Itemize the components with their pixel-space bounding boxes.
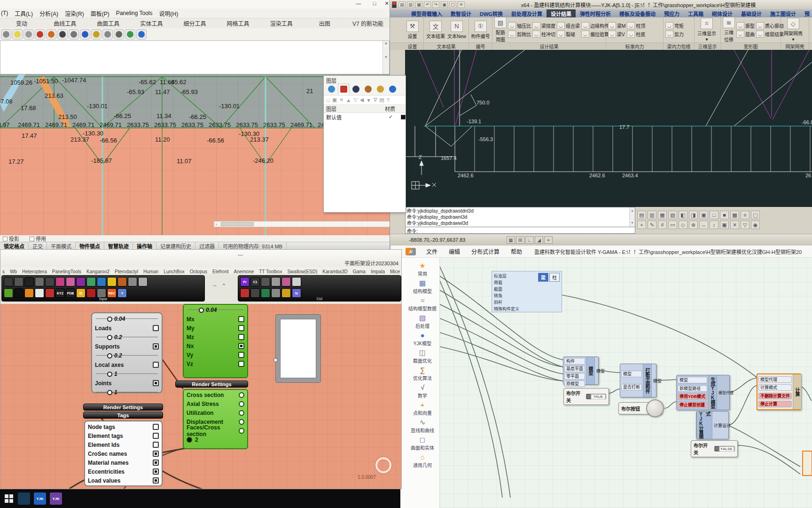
toolbar-tab[interactable]: V7 的新功能 [346, 19, 390, 27]
layer-tool-icon[interactable]: ? [387, 97, 390, 103]
radio-button[interactable] [239, 401, 244, 407]
gh-icon[interactable]: KYZ [55, 288, 65, 298]
taskbar-app-icon[interactable]: YJK [34, 492, 46, 505]
ribbon-button[interactable]: ◡柱底 [627, 31, 645, 38]
gh-tab[interactable]: TT Toolbox [259, 269, 282, 274]
command-prompt[interactable]: 命令: [405, 227, 635, 234]
gh-icon[interactable] [97, 288, 106, 298]
input-port[interactable]: 模型 [621, 371, 642, 377]
ribbon-button[interactable]: ⌗三维显示 ▾ [696, 18, 717, 42]
render-option-row[interactable]: Axial Stress [187, 399, 244, 408]
layer-row[interactable]: 默认值 ✓ [324, 113, 406, 121]
ribbon-tab[interactable]: 预应力 [660, 9, 684, 17]
gh-tab[interactable]: Octopus [190, 269, 207, 274]
view-icon[interactable]: ▭ [668, 221, 677, 229]
gh-icon[interactable] [261, 277, 270, 286]
slider-knob[interactable] [107, 353, 112, 358]
status-segment[interactable]: 操作轴 [133, 242, 156, 249]
qat-icon[interactable]: ↷ [432, 1, 439, 8]
tags-button[interactable]: Tags [83, 412, 163, 419]
gh-icon[interactable]: Pr [240, 277, 250, 286]
view-icon[interactable]: ▤ [637, 211, 646, 219]
gh-tab[interactable]: Mice [390, 269, 400, 274]
menu-item[interactable]: 帮助 [505, 247, 528, 255]
ribbon-button[interactable]: N文本New [447, 21, 467, 40]
snap-toggle-icon[interactable]: ⌖ [544, 236, 553, 244]
bulb-icon[interactable] [12, 29, 23, 40]
ribbon-tab[interactable]: 前处理及计算 [507, 9, 547, 17]
sidebar-item[interactable]: √数学 [406, 383, 438, 399]
member-type-button[interactable]: 梁 [538, 273, 548, 282]
gh-icon[interactable] [271, 277, 281, 286]
force-row[interactable]: Vz [187, 359, 244, 368]
input-port[interactable]: 新模型路径 [678, 385, 707, 392]
ribbon-tab[interactable]: 模型荷载输入 [407, 9, 446, 17]
gh-icon[interactable]: fx [292, 288, 301, 298]
slider-row[interactable]: 1 [95, 388, 159, 397]
minimize-icon[interactable]: — [238, 252, 243, 257]
gh-tab[interactable]: Kangaroo2 [86, 269, 109, 274]
ribbon-tab[interactable]: 设计结果 [547, 9, 576, 17]
gh-icon[interactable]: C1 [250, 277, 260, 286]
help-icon[interactable] [136, 29, 147, 40]
gh-icon[interactable]: Y [117, 288, 127, 298]
gh-icon[interactable] [261, 288, 270, 298]
toolbar-tab[interactable]: 网格工具 [217, 19, 260, 27]
menu-item[interactable]: 工具(L) [15, 9, 33, 17]
gh-display-panel[interactable]: R [275, 314, 321, 383]
qat-icon[interactable]: ▥ [407, 1, 414, 8]
gh-icon[interactable] [14, 277, 23, 286]
gh-icon[interactable] [4, 288, 13, 298]
gh-tab[interactable]: Karamba3D [322, 269, 347, 274]
gh-icon[interactable] [35, 277, 44, 286]
rhino-command-area[interactable]: ▲▼ [0, 40, 390, 74]
gh-icon[interactable] [117, 277, 127, 286]
input-port[interactable]: 停止计算 [758, 401, 792, 407]
canvas-compass-widget[interactable] [375, 457, 391, 473]
gh-tab[interactable]: Impala [371, 269, 385, 274]
checkbox[interactable] [153, 460, 159, 466]
ribbon-button[interactable]: ◡梁挠度 [532, 22, 555, 29]
member-row[interactable]: 斜杆 [494, 299, 519, 305]
cone-icon[interactable] [91, 29, 102, 40]
qat-icon[interactable]: ▢ [449, 1, 456, 8]
sidebar-item[interactable]: ●YJK模型 [406, 331, 438, 347]
ribbon-button[interactable]: ◡梁M [608, 22, 625, 29]
ribbon-button[interactable]: ◡偏拉验算 [581, 31, 609, 38]
sphere-half-icon[interactable] [69, 29, 79, 40]
checkbox[interactable] [3, 237, 8, 241]
view-icon[interactable]: ▣ [720, 221, 729, 229]
status-segment[interactable]: 锁定格点 [0, 242, 29, 249]
tag-row[interactable]: Node tags [88, 422, 159, 431]
member-row[interactable]: 荷载 [494, 279, 519, 286]
command-history[interactable]: ▲▼ 命令:yjkdisplay_dspdrawstdnl3d命令:yjkdis… [405, 207, 635, 227]
slider-knob[interactable] [107, 372, 112, 377]
menu-item[interactable]: Paneling Tools [116, 10, 153, 16]
force-row[interactable]: Mz [187, 333, 244, 341]
input-port[interactable]: 计算模式 [758, 384, 792, 391]
view-icon[interactable]: ↔ [699, 221, 708, 229]
ribbon-tab[interactable]: 楼板及设备振动 [615, 9, 660, 17]
ribbon-button[interactable]: ◡裂缝 [557, 31, 580, 38]
gh-icon[interactable] [240, 288, 250, 298]
menu-item[interactable]: 分布式计算 [466, 247, 505, 255]
sidebar-item[interactable]: ∿直线和曲线 [406, 418, 438, 434]
node-bool-switch-true[interactable]: 布尔开关 TRUE [563, 388, 609, 405]
ribbon-button[interactable]: 文文本结果 [426, 21, 445, 40]
gh-tab[interactable]: PanelingTools [52, 269, 81, 274]
input-port[interactable]: 停止模型创建 [678, 402, 707, 408]
ribbon-button[interactable]: ◡屈曲 [736, 31, 755, 38]
toolbar-tab[interactable]: 细分工具 [173, 19, 216, 27]
ribbon-button[interactable]: ◇网架网壳 ▾ [783, 18, 804, 42]
scrollbar[interactable]: ▲▼ [629, 207, 635, 227]
view-icon[interactable]: ▢ [751, 211, 760, 219]
radio-button[interactable] [239, 428, 244, 434]
member-row[interactable]: 标准层 [494, 273, 519, 279]
qat-icon[interactable]: ▤ [398, 1, 406, 8]
checkbox[interactable] [238, 334, 244, 340]
gh-icon[interactable] [292, 277, 301, 286]
view-icon[interactable]: + [637, 221, 646, 229]
colorwheel-icon[interactable] [46, 29, 56, 40]
render-option-row[interactable]: Cross section [187, 390, 244, 399]
view-icon[interactable]: ✕ [730, 221, 739, 229]
